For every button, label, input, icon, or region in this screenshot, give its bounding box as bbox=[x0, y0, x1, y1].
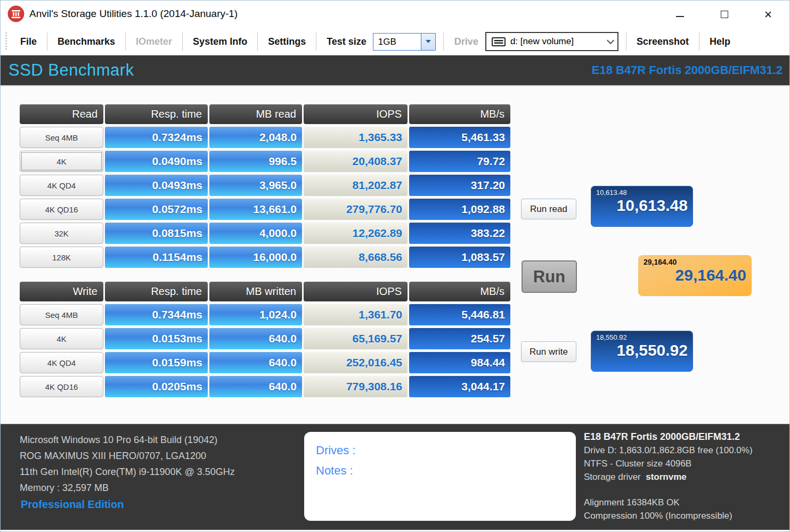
cpu-info: 11th Gen Intel(R) Core(TM) i9-11900K @ 3… bbox=[20, 464, 235, 480]
read-32k-mb: 4,000.0 bbox=[209, 223, 302, 244]
read-4kqd16-resp: 0.0572ms bbox=[105, 199, 208, 220]
write-4kqd4-resp: 0.0159ms bbox=[105, 352, 208, 373]
menu-system-info[interactable]: System Info bbox=[183, 36, 257, 47]
memory-info: Memory : 32,597 MB bbox=[20, 480, 235, 496]
test-size-dropdown-button[interactable] bbox=[421, 34, 435, 50]
read-seq4mb-mb: 2,048.0 bbox=[209, 127, 302, 148]
menu-benchmarks[interactable]: Benchmarks bbox=[47, 36, 125, 47]
test-size-select[interactable]: 1GB bbox=[373, 33, 436, 51]
write-test-4k-button[interactable]: 4K bbox=[20, 328, 103, 349]
window-title: Anvil's Storage Utilities 1.1.0 (2014-Ja… bbox=[29, 8, 238, 20]
read-score-small: 10,613.48 bbox=[596, 189, 688, 197]
write-seq4mb-resp: 0.7344ms bbox=[105, 304, 208, 325]
notes-label: Notes : bbox=[316, 461, 564, 481]
menu-settings[interactable]: Settings bbox=[258, 36, 316, 47]
write-4k-mbs: 254.57 bbox=[409, 328, 510, 349]
menu-help[interactable]: Help bbox=[699, 36, 740, 47]
footer-panel: Microsoft Windows 10 Pro 64-bit Build (1… bbox=[1, 424, 789, 530]
page-title: SSD Benchmark bbox=[9, 61, 134, 80]
read-4kqd16-mbs: 1,092.88 bbox=[409, 199, 510, 220]
toolbar-grip[interactable] bbox=[5, 32, 7, 51]
edition-label: Professional Edition bbox=[21, 498, 124, 511]
write-test-4kqd16-button[interactable]: 4K QD16 bbox=[20, 376, 103, 397]
write-4k-mb: 640.0 bbox=[209, 328, 302, 349]
drive-icon bbox=[492, 37, 506, 46]
menu-screenshot[interactable]: Screenshot bbox=[626, 36, 699, 47]
drive-filesystem: NTFS - Cluster size 4096B bbox=[584, 457, 753, 470]
write-seq4mb-iops: 1,361.70 bbox=[304, 304, 408, 325]
drive-storage-driver: Storage driver stornvme bbox=[584, 470, 753, 484]
write-4k-iops: 65,169.57 bbox=[304, 328, 408, 349]
write-test-seq4mb-button[interactable]: Seq 4MB bbox=[20, 304, 103, 325]
write-score-small: 18,550.92 bbox=[596, 333, 688, 341]
chevron-down-icon bbox=[426, 40, 431, 43]
write-seq4mb-mbs: 5,446.81 bbox=[409, 304, 510, 325]
maximize-button[interactable] bbox=[715, 6, 734, 23]
drive-info-block: E18 B47R Fortis 2000GB/EIFM31.2 Drive D:… bbox=[584, 430, 753, 522]
read-header-resp: Resp. time bbox=[105, 104, 208, 124]
menu-bar: File Benchmarks IOmeter System Info Sett… bbox=[1, 28, 789, 55]
write-score-value: 18,550.92 bbox=[596, 341, 688, 360]
write-seq4mb-mb: 1,024.0 bbox=[209, 304, 302, 325]
write-4kqd16-iops: 779,308.16 bbox=[304, 376, 408, 397]
read-128k-iops: 8,668.56 bbox=[304, 247, 408, 268]
read-4kqd16-iops: 279,776.70 bbox=[304, 199, 408, 220]
write-4kqd16-mbs: 3,044.17 bbox=[409, 376, 510, 397]
menu-file[interactable]: File bbox=[10, 36, 47, 47]
read-test-4kqd4-button[interactable]: 4K QD4 bbox=[20, 175, 103, 196]
storage-driver-value: stornvme bbox=[646, 472, 687, 482]
read-header-mbs: MB/s bbox=[409, 104, 510, 124]
read-header-mb: MB read bbox=[209, 104, 302, 124]
write-header-iops: IOPS bbox=[304, 282, 408, 301]
read-table: Read Resp. time MB read IOPS MB/s Seq 4M… bbox=[20, 104, 510, 268]
write-4kqd16-resp: 0.0205ms bbox=[105, 376, 208, 397]
spacer bbox=[584, 484, 753, 496]
write-4k-resp: 0.0153ms bbox=[105, 328, 208, 349]
read-test-seq4mb-button[interactable]: Seq 4MB bbox=[20, 127, 103, 148]
run-write-button[interactable]: Run write bbox=[521, 341, 576, 362]
run-button[interactable]: Run bbox=[522, 260, 577, 293]
read-seq4mb-iops: 1,365.33 bbox=[304, 127, 408, 148]
drive-value: d: [new volume] bbox=[510, 36, 602, 47]
write-header-resp: Resp. time bbox=[105, 282, 208, 301]
chevron-down-icon bbox=[607, 37, 614, 44]
storage-driver-label: Storage driver bbox=[584, 472, 641, 482]
write-test-4kqd4-button[interactable]: 4K QD4 bbox=[20, 352, 103, 373]
write-header-mb: MB written bbox=[209, 282, 302, 301]
read-test-4kqd16-button[interactable]: 4K QD16 bbox=[20, 199, 103, 220]
read-4kqd4-mbs: 317.20 bbox=[409, 175, 510, 196]
drive-model: E18 B47R Fortis 2000GB/EIFM31.2 bbox=[584, 430, 753, 444]
app-anvil-icon bbox=[7, 5, 25, 22]
read-32k-iops: 12,262.89 bbox=[304, 223, 408, 244]
total-score-value: 29,164.40 bbox=[644, 266, 746, 285]
read-4kqd16-mb: 13,661.0 bbox=[209, 199, 302, 220]
read-4kqd4-mb: 3,965.0 bbox=[209, 175, 302, 196]
drive-label: Drive bbox=[444, 36, 485, 47]
motherboard-info: ROG MAXIMUS XIII HERO/0707, LGA1200 bbox=[20, 448, 235, 464]
read-seq4mb-mbs: 5,461.33 bbox=[409, 127, 510, 148]
run-read-button[interactable]: Run read bbox=[521, 199, 576, 219]
read-4k-iops: 20,408.37 bbox=[304, 151, 408, 172]
read-header-label: Read bbox=[20, 104, 103, 124]
read-header-iops: IOPS bbox=[304, 104, 408, 124]
write-score-box: 18,550.92 18,550.92 bbox=[591, 331, 693, 372]
read-128k-mb: 16,000.0 bbox=[209, 247, 302, 268]
drive-select[interactable]: d: [new volume] bbox=[485, 32, 618, 51]
read-test-32k-button[interactable]: 32K bbox=[20, 223, 103, 244]
drive-compression: Compression 100% (Incompressible) bbox=[584, 509, 753, 522]
read-128k-resp: 0.1154ms bbox=[105, 247, 208, 268]
write-header-mbs: MB/s bbox=[409, 282, 510, 301]
read-4k-mb: 996.5 bbox=[209, 151, 302, 172]
test-size-value: 1GB bbox=[373, 34, 421, 50]
minimize-button[interactable] bbox=[671, 6, 689, 23]
notes-box[interactable]: Drives : Notes : bbox=[304, 432, 576, 521]
menu-iometer: IOmeter bbox=[126, 36, 182, 47]
write-table: Write Resp. time MB written IOPS MB/s Se… bbox=[20, 282, 510, 397]
system-info-block: Microsoft Windows 10 Pro 64-bit Build (1… bbox=[20, 432, 235, 496]
read-32k-resp: 0.0815ms bbox=[105, 223, 208, 244]
read-test-128k-button[interactable]: 128K bbox=[20, 247, 103, 268]
read-test-4k-button[interactable]: 4K bbox=[20, 151, 103, 172]
read-128k-mbs: 1,083.57 bbox=[409, 247, 510, 268]
close-button[interactable]: ✕ bbox=[759, 6, 777, 23]
write-4kqd4-mbs: 984.44 bbox=[409, 352, 510, 373]
